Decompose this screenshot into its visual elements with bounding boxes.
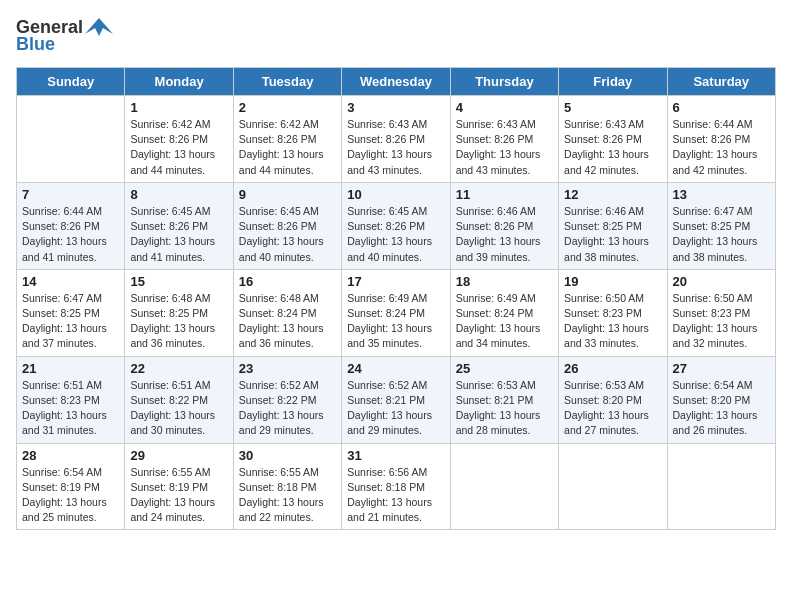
calendar-day-cell: 14Sunrise: 6:47 AM Sunset: 8:25 PM Dayli…: [17, 269, 125, 356]
calendar-week-row: 7Sunrise: 6:44 AM Sunset: 8:26 PM Daylig…: [17, 182, 776, 269]
day-info: Sunrise: 6:43 AM Sunset: 8:26 PM Dayligh…: [456, 117, 553, 178]
calendar-day-cell: 13Sunrise: 6:47 AM Sunset: 8:25 PM Dayli…: [667, 182, 775, 269]
day-info: Sunrise: 6:50 AM Sunset: 8:23 PM Dayligh…: [673, 291, 770, 352]
calendar-week-row: 14Sunrise: 6:47 AM Sunset: 8:25 PM Dayli…: [17, 269, 776, 356]
day-number: 18: [456, 274, 553, 289]
calendar-day-cell: 15Sunrise: 6:48 AM Sunset: 8:25 PM Dayli…: [125, 269, 233, 356]
day-of-week-header: Thursday: [450, 68, 558, 96]
day-number: 20: [673, 274, 770, 289]
day-info: Sunrise: 6:52 AM Sunset: 8:21 PM Dayligh…: [347, 378, 444, 439]
logo-bird-icon: [85, 16, 113, 38]
day-number: 9: [239, 187, 336, 202]
logo: General Blue: [16, 16, 113, 55]
calendar-day-cell: 17Sunrise: 6:49 AM Sunset: 8:24 PM Dayli…: [342, 269, 450, 356]
calendar-day-cell: 1Sunrise: 6:42 AM Sunset: 8:26 PM Daylig…: [125, 96, 233, 183]
calendar-header-row: SundayMondayTuesdayWednesdayThursdayFrid…: [17, 68, 776, 96]
day-number: 10: [347, 187, 444, 202]
day-number: 15: [130, 274, 227, 289]
calendar-day-cell: 25Sunrise: 6:53 AM Sunset: 8:21 PM Dayli…: [450, 356, 558, 443]
day-info: Sunrise: 6:43 AM Sunset: 8:26 PM Dayligh…: [564, 117, 661, 178]
day-number: 2: [239, 100, 336, 115]
day-number: 24: [347, 361, 444, 376]
day-number: 7: [22, 187, 119, 202]
day-number: 17: [347, 274, 444, 289]
calendar-day-cell: 16Sunrise: 6:48 AM Sunset: 8:24 PM Dayli…: [233, 269, 341, 356]
calendar-day-cell: [667, 443, 775, 530]
calendar-day-cell: 28Sunrise: 6:54 AM Sunset: 8:19 PM Dayli…: [17, 443, 125, 530]
calendar-day-cell: 8Sunrise: 6:45 AM Sunset: 8:26 PM Daylig…: [125, 182, 233, 269]
day-info: Sunrise: 6:51 AM Sunset: 8:23 PM Dayligh…: [22, 378, 119, 439]
day-number: 13: [673, 187, 770, 202]
day-info: Sunrise: 6:47 AM Sunset: 8:25 PM Dayligh…: [673, 204, 770, 265]
day-number: 30: [239, 448, 336, 463]
day-info: Sunrise: 6:46 AM Sunset: 8:26 PM Dayligh…: [456, 204, 553, 265]
day-info: Sunrise: 6:48 AM Sunset: 8:25 PM Dayligh…: [130, 291, 227, 352]
day-info: Sunrise: 6:45 AM Sunset: 8:26 PM Dayligh…: [239, 204, 336, 265]
day-info: Sunrise: 6:49 AM Sunset: 8:24 PM Dayligh…: [347, 291, 444, 352]
day-number: 11: [456, 187, 553, 202]
day-info: Sunrise: 6:53 AM Sunset: 8:21 PM Dayligh…: [456, 378, 553, 439]
day-number: 14: [22, 274, 119, 289]
day-number: 26: [564, 361, 661, 376]
day-info: Sunrise: 6:43 AM Sunset: 8:26 PM Dayligh…: [347, 117, 444, 178]
day-number: 5: [564, 100, 661, 115]
calendar-day-cell: [450, 443, 558, 530]
day-info: Sunrise: 6:55 AM Sunset: 8:18 PM Dayligh…: [239, 465, 336, 526]
day-of-week-header: Monday: [125, 68, 233, 96]
calendar-day-cell: 21Sunrise: 6:51 AM Sunset: 8:23 PM Dayli…: [17, 356, 125, 443]
calendar-day-cell: 6Sunrise: 6:44 AM Sunset: 8:26 PM Daylig…: [667, 96, 775, 183]
calendar-day-cell: 7Sunrise: 6:44 AM Sunset: 8:26 PM Daylig…: [17, 182, 125, 269]
svg-marker-0: [85, 18, 113, 36]
day-of-week-header: Wednesday: [342, 68, 450, 96]
day-info: Sunrise: 6:48 AM Sunset: 8:24 PM Dayligh…: [239, 291, 336, 352]
day-number: 16: [239, 274, 336, 289]
day-info: Sunrise: 6:46 AM Sunset: 8:25 PM Dayligh…: [564, 204, 661, 265]
calendar-day-cell: 10Sunrise: 6:45 AM Sunset: 8:26 PM Dayli…: [342, 182, 450, 269]
day-number: 23: [239, 361, 336, 376]
calendar-week-row: 21Sunrise: 6:51 AM Sunset: 8:23 PM Dayli…: [17, 356, 776, 443]
day-info: Sunrise: 6:54 AM Sunset: 8:19 PM Dayligh…: [22, 465, 119, 526]
day-info: Sunrise: 6:42 AM Sunset: 8:26 PM Dayligh…: [130, 117, 227, 178]
day-info: Sunrise: 6:53 AM Sunset: 8:20 PM Dayligh…: [564, 378, 661, 439]
calendar-day-cell: 11Sunrise: 6:46 AM Sunset: 8:26 PM Dayli…: [450, 182, 558, 269]
calendar-day-cell: 3Sunrise: 6:43 AM Sunset: 8:26 PM Daylig…: [342, 96, 450, 183]
day-number: 6: [673, 100, 770, 115]
day-number: 19: [564, 274, 661, 289]
day-of-week-header: Friday: [559, 68, 667, 96]
day-of-week-header: Saturday: [667, 68, 775, 96]
day-number: 29: [130, 448, 227, 463]
day-number: 4: [456, 100, 553, 115]
day-info: Sunrise: 6:50 AM Sunset: 8:23 PM Dayligh…: [564, 291, 661, 352]
day-info: Sunrise: 6:47 AM Sunset: 8:25 PM Dayligh…: [22, 291, 119, 352]
calendar-day-cell: 20Sunrise: 6:50 AM Sunset: 8:23 PM Dayli…: [667, 269, 775, 356]
day-number: 12: [564, 187, 661, 202]
calendar-day-cell: 24Sunrise: 6:52 AM Sunset: 8:21 PM Dayli…: [342, 356, 450, 443]
calendar-day-cell: 18Sunrise: 6:49 AM Sunset: 8:24 PM Dayli…: [450, 269, 558, 356]
calendar-day-cell: 31Sunrise: 6:56 AM Sunset: 8:18 PM Dayli…: [342, 443, 450, 530]
calendar-day-cell: [17, 96, 125, 183]
day-info: Sunrise: 6:56 AM Sunset: 8:18 PM Dayligh…: [347, 465, 444, 526]
calendar-day-cell: 4Sunrise: 6:43 AM Sunset: 8:26 PM Daylig…: [450, 96, 558, 183]
day-number: 25: [456, 361, 553, 376]
calendar-day-cell: 19Sunrise: 6:50 AM Sunset: 8:23 PM Dayli…: [559, 269, 667, 356]
day-info: Sunrise: 6:45 AM Sunset: 8:26 PM Dayligh…: [347, 204, 444, 265]
day-info: Sunrise: 6:52 AM Sunset: 8:22 PM Dayligh…: [239, 378, 336, 439]
day-number: 28: [22, 448, 119, 463]
day-number: 8: [130, 187, 227, 202]
day-info: Sunrise: 6:55 AM Sunset: 8:19 PM Dayligh…: [130, 465, 227, 526]
day-number: 31: [347, 448, 444, 463]
day-info: Sunrise: 6:49 AM Sunset: 8:24 PM Dayligh…: [456, 291, 553, 352]
calendar-day-cell: 29Sunrise: 6:55 AM Sunset: 8:19 PM Dayli…: [125, 443, 233, 530]
calendar-day-cell: 5Sunrise: 6:43 AM Sunset: 8:26 PM Daylig…: [559, 96, 667, 183]
calendar-table: SundayMondayTuesdayWednesdayThursdayFrid…: [16, 67, 776, 530]
day-info: Sunrise: 6:42 AM Sunset: 8:26 PM Dayligh…: [239, 117, 336, 178]
day-info: Sunrise: 6:45 AM Sunset: 8:26 PM Dayligh…: [130, 204, 227, 265]
day-of-week-header: Sunday: [17, 68, 125, 96]
calendar-week-row: 1Sunrise: 6:42 AM Sunset: 8:26 PM Daylig…: [17, 96, 776, 183]
day-info: Sunrise: 6:44 AM Sunset: 8:26 PM Dayligh…: [22, 204, 119, 265]
day-number: 21: [22, 361, 119, 376]
calendar-day-cell: 22Sunrise: 6:51 AM Sunset: 8:22 PM Dayli…: [125, 356, 233, 443]
day-number: 3: [347, 100, 444, 115]
day-of-week-header: Tuesday: [233, 68, 341, 96]
day-info: Sunrise: 6:51 AM Sunset: 8:22 PM Dayligh…: [130, 378, 227, 439]
